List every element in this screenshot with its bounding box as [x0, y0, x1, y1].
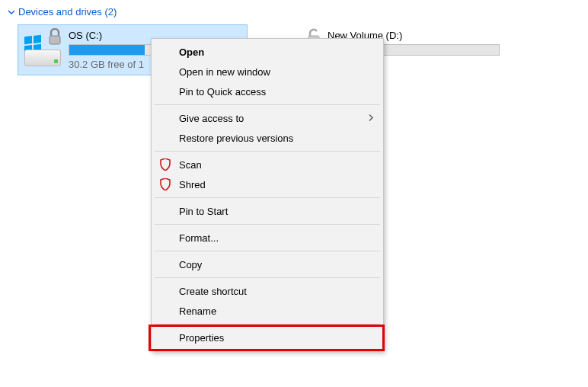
- menu-item-open[interactable]: Open: [153, 42, 382, 62]
- menu-item-properties[interactable]: Properties: [153, 328, 382, 347]
- context-menu: Open Open in new window Pin to Quick acc…: [151, 38, 384, 351]
- menu-item-format[interactable]: Format...: [153, 228, 382, 248]
- menu-separator: [155, 277, 380, 278]
- drive-icon: [24, 30, 61, 66]
- section-title: Devices and drives (2): [18, 6, 117, 18]
- menu-separator: [155, 251, 380, 251]
- menu-separator: [155, 104, 380, 105]
- menu-item-rename[interactable]: Rename: [153, 301, 382, 321]
- svg-rect-0: [50, 36, 60, 44]
- menu-separator: [155, 324, 380, 325]
- lock-icon: [47, 28, 62, 49]
- shield-icon: [159, 158, 171, 171]
- chevron-right-icon: [368, 113, 374, 124]
- shield-icon: [159, 178, 171, 190]
- menu-separator: [155, 197, 380, 198]
- section-header-devices-drives[interactable]: Devices and drives (2): [0, 0, 588, 22]
- menu-item-give-access-to[interactable]: Give access to: [153, 108, 382, 128]
- menu-item-pin-to-start[interactable]: Pin to Start: [153, 201, 382, 221]
- menu-separator: [155, 224, 380, 225]
- menu-item-open-new-window[interactable]: Open in new window: [153, 62, 382, 82]
- menu-item-restore-previous[interactable]: Restore previous versions: [153, 128, 382, 148]
- menu-item-pin-quick-access[interactable]: Pin to Quick access: [153, 82, 382, 101]
- menu-item-create-shortcut[interactable]: Create shortcut: [153, 281, 382, 301]
- menu-item-copy[interactable]: Copy: [153, 254, 382, 274]
- menu-item-shred[interactable]: Shred: [153, 174, 382, 194]
- chevron-down-icon: [8, 8, 15, 16]
- menu-item-scan[interactable]: Scan: [153, 155, 382, 174]
- menu-separator: [155, 151, 380, 152]
